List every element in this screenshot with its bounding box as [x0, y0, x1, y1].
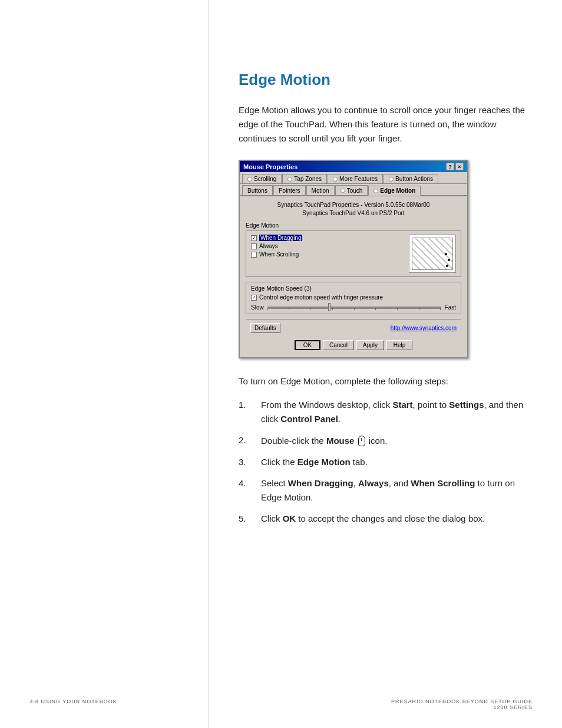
edge-motion-label: Edge Motion — [246, 222, 461, 229]
tab-button-actions[interactable]: Button Actions — [384, 174, 438, 183]
dialog-title: Mouse Properties — [243, 163, 297, 170]
step-5: 5. Click OK to accept the changes and cl… — [239, 512, 533, 526]
when-dragging-row: When Dragging — [251, 235, 403, 241]
footer-right-line1: Presario Notebook Beyond Setup Guide — [391, 699, 533, 704]
step-3: 3. Click the Edge Motion tab. — [239, 455, 533, 469]
slider-ticks — [267, 308, 441, 310]
always-label: Always — [259, 243, 278, 249]
page-title: Edge Motion — [239, 71, 533, 89]
dot-3 — [446, 265, 448, 267]
step-4-bold-when-scrolling: When Scrolling — [411, 478, 475, 488]
edge-motion-visual — [409, 235, 456, 273]
always-checkbox[interactable] — [251, 243, 257, 249]
step-1-bold-control-panel: Control Panel — [280, 414, 338, 424]
speed-control-label: Control edge motion speed with finger pr… — [259, 294, 383, 301]
dot-1 — [445, 253, 447, 255]
edge-motion-group: When Dragging Always When Scrolling — [246, 230, 461, 277]
slow-label: Slow — [251, 304, 264, 311]
synaptics-line1: Synaptics TouchPad Properties - Version … — [246, 201, 461, 209]
when-scrolling-label: When Scrolling — [259, 251, 299, 258]
tab-buttons[interactable]: Buttons — [242, 185, 273, 195]
tab-radio-tapzones — [287, 177, 292, 182]
tab-edge-motion[interactable]: Edge Motion — [368, 186, 421, 196]
ok-button[interactable]: OK — [295, 340, 320, 350]
step-4: 4. Select When Dragging, Always, and Whe… — [239, 476, 533, 505]
tab-more-features[interactable]: More Features — [328, 174, 383, 183]
tab-radio-edgemotion — [373, 189, 378, 193]
step-2-text: Double-click the Mouse icon. — [261, 433, 533, 448]
when-scrolling-row: When Scrolling — [251, 251, 403, 258]
step-1-text: From the Windows desktop, click Start, p… — [261, 398, 533, 426]
help-titlebar-btn[interactable]: ? — [446, 163, 454, 170]
intro-text: Edge Motion allows you to continue to sc… — [239, 103, 533, 146]
step-3-num: 3. — [239, 455, 255, 469]
tabs-row1: Scrolling Tap Zones More Features Button… — [240, 172, 467, 184]
step-4-bold-when-dragging: When Dragging — [288, 478, 353, 488]
titlebar-buttons: ? × — [446, 163, 464, 170]
tabs-row2: Buttons Pointers Motion Touch Edge Motio… — [240, 184, 467, 196]
speed-group-label: Edge Motion Speed (3) — [251, 285, 456, 292]
step-5-text: Click OK to accept the changes and close… — [261, 512, 533, 526]
step-5-num: 5. — [239, 512, 255, 526]
steps-list: 1. From the Windows desktop, click Start… — [239, 398, 533, 526]
step-1-num: 1. — [239, 398, 255, 426]
when-dragging-checkbox[interactable] — [251, 235, 257, 241]
main-buttons-row: OK Cancel Apply Help — [246, 337, 461, 353]
content-area: Edge Motion Edge Motion allows you to co… — [209, 0, 562, 728]
when-dragging-label: When Dragging — [259, 235, 302, 241]
tab-motion[interactable]: Motion — [306, 185, 335, 195]
step-1-bold-settings: Settings — [449, 400, 484, 410]
touchpad-diagram — [412, 238, 453, 270]
synaptics-line2: Synaptics TouchPad V4.6 on PS/2 Port — [246, 209, 461, 218]
step-3-bold-edge-motion: Edge Motion — [297, 457, 351, 467]
close-titlebar-btn[interactable]: × — [455, 163, 464, 170]
step-1: 1. From the Windows desktop, click Start… — [239, 398, 533, 426]
tab-tap-zones[interactable]: Tap Zones — [282, 174, 327, 183]
synaptics-link[interactable]: http://www.synaptics.com — [391, 325, 457, 331]
steps-intro: To turn on Edge Motion, complete the fol… — [239, 375, 533, 388]
fast-label: Fast — [445, 304, 456, 311]
step-4-num: 4. — [239, 476, 255, 505]
synaptics-info: Synaptics TouchPad Properties - Version … — [246, 201, 461, 218]
help-button[interactable]: Help — [386, 340, 412, 350]
when-scrolling-checkbox[interactable] — [251, 252, 257, 258]
tab-scrolling[interactable]: Scrolling — [242, 174, 282, 183]
slider-thumb — [328, 303, 330, 311]
defaults-button[interactable]: Defaults — [250, 323, 280, 333]
dialog-titlebar: Mouse Properties ? × — [240, 161, 467, 172]
apply-button[interactable]: Apply — [356, 340, 384, 350]
dialog-bottom: Defaults http://www.synaptics.com — [246, 319, 461, 337]
always-row: Always — [251, 243, 403, 249]
step-4-text: Select When Dragging, Always, and When S… — [261, 476, 533, 505]
tab-pointers[interactable]: Pointers — [273, 185, 306, 195]
page-container: Edge Motion Edge Motion allows you to co… — [0, 0, 562, 728]
slider-row: Slow — [251, 304, 456, 311]
step-3-text: Click the Edge Motion tab. — [261, 455, 533, 469]
tab-radio-scrolling — [247, 177, 252, 182]
footer-right-line2: 1200 Series — [391, 704, 533, 710]
step-4-bold-always: Always — [358, 478, 389, 488]
tab-radio-buttonactions — [389, 177, 394, 182]
footer-right: Presario Notebook Beyond Setup Guide 120… — [391, 699, 533, 710]
edge-motion-checkboxes: When Dragging Always When Scrolling — [251, 235, 403, 273]
tab-touch[interactable]: Touch — [335, 185, 368, 195]
step-2-num: 2. — [239, 433, 255, 448]
step-2-bold-mouse: Mouse — [326, 436, 355, 446]
mouse-properties-dialog: Mouse Properties ? × Scrolling Tap Zones — [239, 160, 468, 358]
dot-2 — [448, 259, 450, 261]
speed-slider[interactable] — [267, 307, 441, 309]
footer-left: 3-8 Using Your Notebook — [29, 699, 117, 710]
step-2: 2. Double-click the Mouse icon. — [239, 433, 533, 448]
speed-group: Edge Motion Speed (3) Control edge motio… — [246, 282, 461, 314]
tab-radio-morefeatures — [333, 177, 338, 182]
cancel-button[interactable]: Cancel — [323, 340, 354, 350]
step-5-bold-ok: OK — [283, 513, 296, 523]
left-margin — [0, 0, 209, 728]
page-footer: 3-8 Using Your Notebook Presario Noteboo… — [0, 699, 562, 710]
speed-checkbox-row: Control edge motion speed with finger pr… — [251, 294, 456, 301]
speed-control-checkbox[interactable] — [251, 295, 257, 301]
dialog-body: Synaptics TouchPad Properties - Version … — [240, 196, 467, 357]
mouse-icon — [358, 436, 365, 446]
tab-radio-touch — [340, 188, 345, 193]
step-1-bold-start: Start — [392, 400, 412, 410]
